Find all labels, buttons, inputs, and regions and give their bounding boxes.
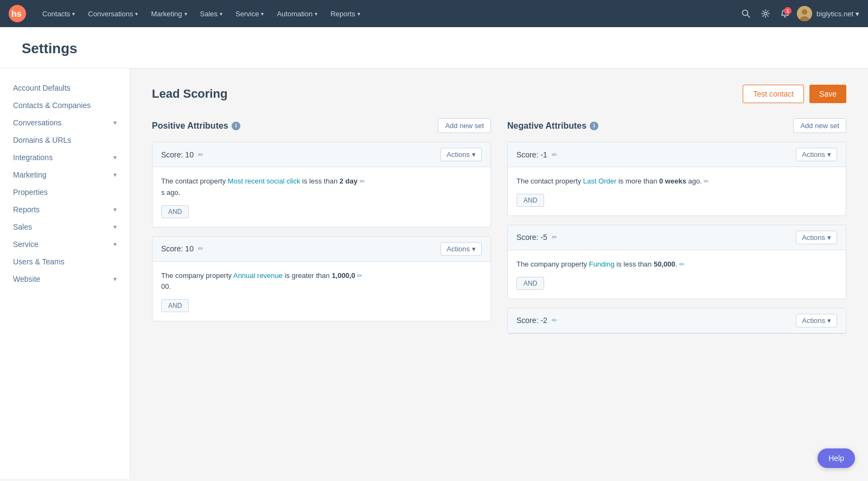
- svg-line-3: [748, 15, 750, 18]
- page-title: Settings: [22, 40, 846, 57]
- negative-score-2-label: Score: -5 ✏: [516, 233, 557, 242]
- positive-attributes-title: Positive Attributes i: [152, 121, 240, 131]
- negative-column-header: Negative Attributes i Add new set: [507, 118, 846, 133]
- edit-neg-score-3-icon[interactable]: ✏: [552, 317, 557, 324]
- chevron-down-icon: ▾: [184, 11, 187, 17]
- negative-and-1-button[interactable]: AND: [516, 194, 544, 207]
- chevron-down-icon: ▾: [113, 275, 117, 283]
- condition-1-link[interactable]: Most recent social click: [228, 177, 301, 185]
- sidebar-item-account-defaults[interactable]: Account Defaults: [0, 79, 130, 97]
- sidebar-item-contacts-companies[interactable]: Contacts & Companies: [0, 97, 130, 114]
- edit-condition-1-icon[interactable]: ✏: [360, 178, 365, 185]
- positive-score-card-1-body: The contact property Most recent social …: [152, 167, 490, 227]
- positive-attributes-column: Positive Attributes i Add new set Score:…: [152, 118, 491, 343]
- chevron-down-icon: ▾: [113, 206, 117, 213]
- positive-score-2-label: Score: 10 ✏: [161, 244, 203, 253]
- positive-and-2-button[interactable]: AND: [161, 299, 189, 312]
- sidebar-item-conversations[interactable]: Conversations ▾: [0, 114, 130, 131]
- chevron-down-icon: ▾: [472, 245, 476, 253]
- page-header: Settings: [0, 27, 868, 68]
- sidebar-item-domains-urls[interactable]: Domains & URLs: [0, 131, 130, 149]
- info-icon[interactable]: i: [232, 122, 240, 130]
- header-buttons: Test contact Save: [743, 85, 846, 103]
- content-title: Lead Scoring: [152, 87, 227, 101]
- positive-condition-2: The company property Annual revenue is g…: [161, 270, 482, 293]
- positive-and-1-button[interactable]: AND: [161, 205, 189, 218]
- attributes-grid: Positive Attributes i Add new set Score:…: [152, 118, 846, 343]
- chevron-down-icon: ▾: [261, 11, 264, 17]
- sidebar-item-properties[interactable]: Properties: [0, 183, 130, 201]
- nav-reports[interactable]: Reports ▾: [325, 7, 366, 21]
- positive-column-header: Positive Attributes i Add new set: [152, 118, 491, 133]
- sidebar-item-sales[interactable]: Sales ▾: [0, 218, 130, 236]
- settings-button[interactable]: [758, 6, 773, 21]
- chevron-down-icon: ▾: [827, 317, 831, 325]
- sidebar-item-reports[interactable]: Reports ▾: [0, 201, 130, 218]
- sidebar-item-integrations[interactable]: Integrations ▾: [0, 149, 130, 166]
- edit-neg-condition-2-icon[interactable]: ✏: [679, 261, 685, 268]
- svg-point-4: [764, 12, 767, 15]
- sidebar-item-website[interactable]: Website ▾: [0, 270, 130, 288]
- nav-contacts[interactable]: Contacts ▾: [37, 7, 80, 21]
- edit-score-1-icon[interactable]: ✏: [198, 151, 203, 159]
- nav-service[interactable]: Service ▾: [230, 7, 269, 21]
- help-button[interactable]: Help: [818, 448, 855, 468]
- search-button[interactable]: [738, 6, 754, 21]
- notifications-button[interactable]: 1: [777, 6, 793, 21]
- negative-score-card-1-body: The contact property Last Order is more …: [508, 167, 846, 216]
- negative-score-2-actions-button[interactable]: Actions ▾: [796, 231, 837, 244]
- save-button[interactable]: Save: [809, 85, 846, 103]
- chevron-down-icon: ▾: [113, 240, 117, 248]
- positive-score-2-actions-button[interactable]: Actions ▾: [441, 242, 482, 256]
- chevron-down-icon: ▾: [113, 171, 117, 179]
- negative-score-card-2-body: The company property Funding is less tha…: [508, 250, 846, 299]
- negative-score-1-actions-button[interactable]: Actions ▾: [796, 148, 837, 161]
- nav-conversations[interactable]: Conversations ▾: [82, 7, 143, 21]
- negative-score-card-2: Score: -5 ✏ Actions ▾ The company proper…: [507, 225, 846, 299]
- page-body: Account Defaults Contacts & Companies Co…: [0, 68, 868, 479]
- negative-score-3-actions-button[interactable]: Actions ▾: [796, 314, 837, 327]
- condition-2-link[interactable]: Annual revenue: [233, 271, 283, 280]
- chevron-down-icon: ▾: [220, 11, 222, 17]
- positive-add-new-set-button[interactable]: Add new set: [438, 118, 491, 133]
- neg-condition-1-link[interactable]: Last Order: [583, 177, 616, 185]
- edit-neg-score-2-icon[interactable]: ✏: [552, 233, 557, 241]
- positive-score-card-2-header: Score: 10 ✏ Actions ▾: [152, 237, 490, 262]
- negative-attributes-column: Negative Attributes i Add new set Score:…: [507, 118, 846, 343]
- nav-automation[interactable]: Automation ▾: [271, 7, 323, 21]
- negative-add-new-set-button[interactable]: Add new set: [793, 118, 846, 133]
- edit-neg-score-1-icon[interactable]: ✏: [552, 151, 557, 159]
- negative-score-1-label: Score: -1 ✏: [516, 150, 557, 159]
- info-icon[interactable]: i: [590, 122, 598, 130]
- top-navigation: hs Contacts ▾ Conversations ▾ Marketing …: [0, 0, 868, 27]
- negative-and-2-button[interactable]: AND: [516, 277, 544, 290]
- edit-condition-2-icon[interactable]: ✏: [357, 272, 362, 280]
- negative-score-card-3-header: Score: -2 ✏ Actions ▾: [508, 308, 846, 333]
- edit-score-2-icon[interactable]: ✏: [198, 245, 203, 252]
- hubspot-logo[interactable]: hs: [9, 5, 26, 22]
- nav-marketing[interactable]: Marketing ▾: [145, 7, 192, 21]
- chevron-down-icon: ▾: [315, 11, 317, 17]
- positive-score-card-1-header: Score: 10 ✏ Actions ▾: [152, 142, 490, 167]
- nav-sales[interactable]: Sales ▾: [195, 7, 228, 21]
- chevron-down-icon: ▾: [113, 223, 117, 231]
- account-name[interactable]: biglytics.net ▾: [816, 10, 859, 18]
- chevron-down-icon: ▾: [827, 233, 831, 242]
- chevron-down-icon: ▾: [72, 11, 75, 17]
- neg-condition-2-link[interactable]: Funding: [589, 260, 615, 268]
- chevron-down-icon: ▾: [358, 11, 360, 17]
- edit-neg-condition-1-icon[interactable]: ✏: [704, 178, 709, 185]
- negative-condition-2: The company property Funding is less tha…: [516, 259, 837, 270]
- avatar[interactable]: [797, 6, 812, 21]
- negative-score-card-1-header: Score: -1 ✏ Actions ▾: [508, 142, 846, 167]
- notification-badge: 1: [784, 7, 792, 15]
- test-contact-button[interactable]: Test contact: [743, 85, 804, 103]
- positive-score-card-2-body: The company property Annual revenue is g…: [152, 262, 490, 321]
- sidebar-item-users-teams[interactable]: Users & Teams: [0, 253, 130, 270]
- sidebar-item-service[interactable]: Service ▾: [0, 236, 130, 253]
- settings-sidebar: Account Defaults Contacts & Companies Co…: [0, 68, 130, 479]
- sidebar-item-marketing[interactable]: Marketing ▾: [0, 166, 130, 183]
- chevron-down-icon: ▾: [113, 119, 117, 126]
- chevron-down-icon: ▾: [827, 150, 831, 159]
- positive-score-1-actions-button[interactable]: Actions ▾: [441, 148, 482, 161]
